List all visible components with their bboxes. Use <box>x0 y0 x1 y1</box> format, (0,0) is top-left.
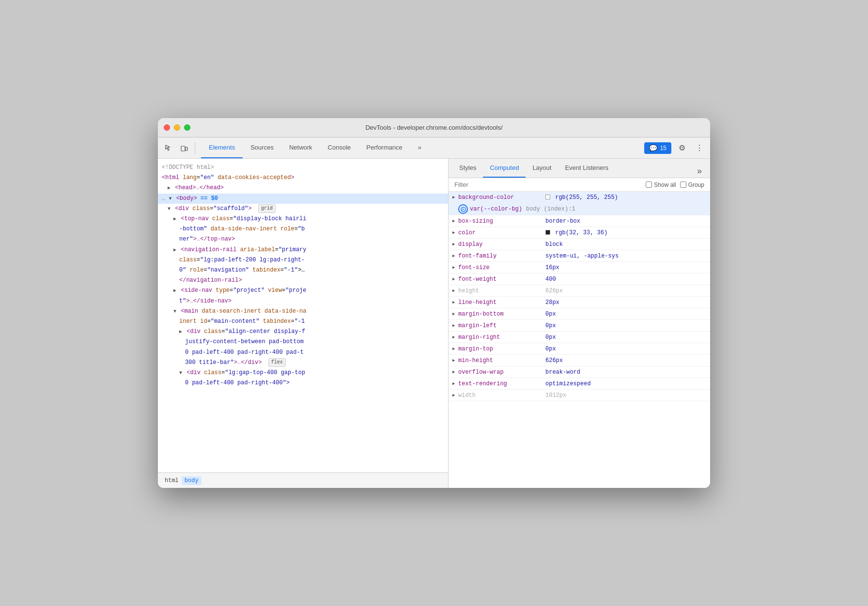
expand-box-sizing[interactable]: ▶ <box>452 218 458 224</box>
right-tabs: Styles Computed Layout Event Listeners » <box>449 159 710 178</box>
tab-elements[interactable]: Elements <box>201 137 243 158</box>
dom-div-gap[interactable]: ▼ <div class="lg:gap-top-400 gap-top <box>158 368 448 378</box>
prop-margin-top[interactable]: ▶ margin-top 0px <box>449 343 710 355</box>
dom-body-selected[interactable]: … ▼ <body> == $0 <box>158 194 448 204</box>
dom-main[interactable]: ▼ <main data-search-inert data-side-na <box>158 306 448 317</box>
prop-name-font-family: font-family <box>458 253 545 259</box>
expand-min-height[interactable]: ▶ <box>452 358 458 363</box>
dom-main-cont1: inert id="main-content" tabindex="-1 <box>158 317 448 327</box>
dom-html-tag[interactable]: <html lang="en" data-cookies-accepted> <box>158 173 448 183</box>
expand-margin-right[interactable]: ▶ <box>452 334 458 340</box>
prop-color[interactable]: ▶ color rgb(32, 33, 36) <box>449 227 710 239</box>
dom-head-collapsed[interactable]: ▶ <head>…</head> <box>158 183 448 193</box>
dom-doctype: <!DOCTYPE html> <box>158 163 448 173</box>
prop-value-font-size: 16px <box>545 264 706 271</box>
prop-value-min-height: 626px <box>545 357 706 364</box>
expand-font-size[interactable]: ▶ <box>452 265 458 270</box>
tab-event-listeners[interactable]: Event Listeners <box>558 159 615 178</box>
show-all-group: Show all <box>646 182 676 188</box>
prop-margin-left[interactable]: ▶ margin-left 0px <box>449 320 710 332</box>
expand-width[interactable]: ▶ <box>452 393 458 398</box>
filter-input[interactable] <box>454 181 640 188</box>
prop-display[interactable]: ▶ display block <box>449 239 710 250</box>
dom-top-nav-cont1: -bottom" data-side-nav-inert role="b <box>158 224 448 234</box>
tab-performance[interactable]: Performance <box>358 137 410 158</box>
grid-badge: grid <box>258 204 276 213</box>
prop-background-color-subrow: var(--color-bg) body (index):1 <box>449 203 710 215</box>
prop-value-text-rendering: optimizespeed <box>545 380 706 387</box>
prop-line-height[interactable]: ▶ line-height 28px <box>449 297 710 308</box>
expand-text-rendering[interactable]: ▶ <box>452 381 458 386</box>
expand-background-color[interactable]: ▶ <box>452 195 458 200</box>
devtools-toolbar: Elements Sources Network Console Perform… <box>158 137 710 159</box>
expand-display[interactable]: ▶ <box>452 242 458 247</box>
prop-width[interactable]: ▶ width 1012px <box>449 390 710 401</box>
prop-height[interactable]: ▶ height 626px <box>449 285 710 297</box>
show-all-label: Show all <box>654 182 676 188</box>
prop-name-margin-top: margin-top <box>458 346 545 352</box>
breadcrumb-html[interactable]: html <box>162 476 182 485</box>
prop-font-weight[interactable]: ▶ font-weight 400 <box>449 273 710 285</box>
device-toggle-button[interactable] <box>177 141 191 155</box>
issues-badge-button[interactable]: 💬 15 <box>644 142 671 154</box>
prop-font-size[interactable]: ▶ font-size 16px <box>449 262 710 273</box>
tab-console[interactable]: Console <box>320 137 359 158</box>
settings-button[interactable]: ⚙ <box>675 141 689 155</box>
prop-value-height: 626px <box>545 288 706 294</box>
prop-name-margin-left: margin-left <box>458 322 545 329</box>
dom-div-align-close: 300 title-bar">…</div> flex <box>158 358 448 368</box>
prop-overflow-wrap[interactable]: ▶ overflow-wrap break-word <box>449 366 710 378</box>
show-all-checkbox[interactable] <box>646 182 652 188</box>
prop-min-height[interactable]: ▶ min-height 626px <box>449 355 710 366</box>
dom-side-nav-close: t">…</side-nav> <box>158 296 448 306</box>
prop-background-color[interactable]: ▶ background-color rgb(255, 255, 255) <box>449 192 710 203</box>
dom-side-nav[interactable]: ▶ <side-nav type="project" view="proje <box>158 286 448 296</box>
tab-sources[interactable]: Sources <box>243 137 281 158</box>
group-label: Group <box>688 182 704 188</box>
tab-computed[interactable]: Computed <box>483 159 526 178</box>
expand-height[interactable]: ▶ <box>452 288 458 293</box>
group-checkbox[interactable] <box>680 182 686 188</box>
expand-font-weight[interactable]: ▶ <box>452 276 458 282</box>
prop-font-family[interactable]: ▶ font-family system-ui, -apple-sys <box>449 250 710 262</box>
prop-box-sizing[interactable]: ▶ box-sizing border-box <box>449 215 710 227</box>
dom-tree: <!DOCTYPE html> <html lang="en" data-coo… <box>158 159 448 472</box>
expand-margin-top[interactable]: ▶ <box>452 346 458 351</box>
prop-name-text-rendering: text-rendering <box>458 380 545 387</box>
window-title: DevTools - developer.chrome.com/docs/dev… <box>365 124 502 131</box>
prop-margin-right[interactable]: ▶ margin-right 0px <box>449 332 710 343</box>
expand-overflow-wrap[interactable]: ▶ <box>452 369 458 375</box>
tab-network[interactable]: Network <box>281 137 320 158</box>
expand-line-height[interactable]: ▶ <box>452 300 458 305</box>
breadcrumb-body[interactable]: body <box>182 476 202 485</box>
dom-div-scaffold[interactable]: ▼ <div class="scaffold"> grid <box>158 204 448 214</box>
expand-margin-left[interactable]: ▶ <box>452 323 458 328</box>
dom-div-gap-cont: 0 pad-left-400 pad-right-400"> <box>158 378 448 388</box>
dom-top-nav[interactable]: ▶ <top-nav class="display-block hairli <box>158 214 448 224</box>
prop-name-font-size: font-size <box>458 264 545 271</box>
tab-layout[interactable]: Layout <box>526 159 558 178</box>
expand-font-family[interactable]: ▶ <box>452 253 458 258</box>
close-button[interactable] <box>164 124 170 131</box>
more-options-button[interactable]: ⋮ <box>693 141 706 155</box>
dom-nav-rail[interactable]: ▶ <navigation-rail aria-label="primary <box>158 245 448 255</box>
expand-color[interactable]: ▶ <box>452 230 458 235</box>
breadcrumb-bar: html body <box>158 472 448 488</box>
toolbar-separator-1 <box>195 142 195 154</box>
prop-text-rendering[interactable]: ▶ text-rendering optimizespeed <box>449 378 710 390</box>
prop-subrow-content: var(--color-bg) body (index):1 <box>470 206 706 212</box>
nav-to-source-icon[interactable] <box>458 204 468 214</box>
tab-styles[interactable]: Styles <box>452 159 483 178</box>
svg-rect-0 <box>181 146 185 151</box>
tab-more[interactable]: » <box>410 137 429 158</box>
prop-margin-bottom[interactable]: ▶ margin-bottom 0px <box>449 308 710 320</box>
expand-margin-bottom[interactable]: ▶ <box>452 311 458 317</box>
inspect-element-button[interactable] <box>162 141 175 155</box>
minimize-button[interactable] <box>174 124 180 131</box>
right-tabs-more[interactable]: » <box>693 164 706 178</box>
title-bar: DevTools - developer.chrome.com/docs/dev… <box>158 118 710 137</box>
dom-div-align-cont1: justify-content-between pad-bottom <box>158 337 448 347</box>
dom-div-align[interactable]: ▶ <div class="align-center display-f <box>158 327 448 337</box>
maximize-button[interactable] <box>184 124 190 131</box>
prop-value-overflow-wrap: break-word <box>545 369 706 376</box>
